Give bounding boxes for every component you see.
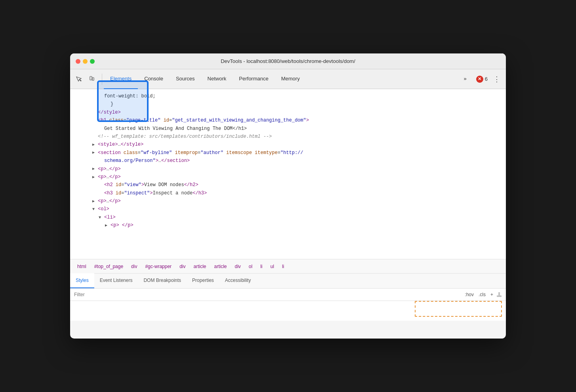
- breadcrumb-top-of-page[interactable]: #top_of_page: [92, 263, 126, 270]
- devtools-window: DevTools - localhost:8080/web/tools/chro…: [70, 53, 506, 339]
- dom-line[interactable]: <p>…</p>: [70, 165, 506, 173]
- tab-memory[interactable]: Memory: [275, 69, 306, 89]
- maximize-window-button[interactable]: [90, 59, 95, 64]
- expand-arrow[interactable]: [92, 149, 98, 156]
- breadcrumb-ol[interactable]: ol: [246, 263, 255, 270]
- element-highlight-box: [415, 301, 502, 317]
- dom-line: </style>: [70, 108, 506, 116]
- svg-rect-3: [498, 292, 500, 296]
- breadcrumb-li-1[interactable]: li: [258, 263, 265, 270]
- breadcrumb-li-2[interactable]: li: [280, 263, 286, 270]
- breadcrumb-ul[interactable]: ul: [268, 263, 277, 270]
- color-picker-icon: [496, 292, 502, 297]
- dom-line: font-weight: bold;: [70, 92, 506, 100]
- breadcrumb-div-3[interactable]: div: [233, 263, 243, 270]
- title-bar: DevTools - localhost:8080/web/tools/chro…: [70, 53, 506, 69]
- sub-tab-event-listeners[interactable]: Event Listeners: [94, 273, 138, 288]
- expand-arrow[interactable]: [92, 166, 98, 172]
- device-toggle-button[interactable]: [86, 74, 97, 85]
- tab-elements[interactable]: Elements: [104, 69, 138, 89]
- breadcrumb-bar: html #top_of_page div #gc-wrapper div ar…: [70, 259, 506, 274]
- dom-line: }: [70, 100, 506, 108]
- sub-tab-properties[interactable]: Properties: [187, 273, 219, 288]
- inspect-element-button[interactable]: [73, 74, 84, 85]
- add-style-button[interactable]: +: [489, 291, 495, 298]
- hov-button[interactable]: :hov: [463, 291, 475, 298]
- minimize-window-button[interactable]: [83, 59, 88, 64]
- dom-line: Get Started With Viewing And Changing Th…: [70, 125, 506, 133]
- svg-rect-0: [90, 76, 92, 80]
- dom-line: schema.org/Person">…</section>: [70, 157, 506, 165]
- collapse-arrow[interactable]: [99, 214, 104, 221]
- dom-line: <h3 id="inspect">Inspect a node</h3>: [70, 189, 506, 197]
- breadcrumb-gc-wrapper[interactable]: #gc-wrapper: [143, 263, 174, 270]
- dom-line[interactable]: <li>: [70, 213, 506, 221]
- sub-tabs: Styles Event Listeners DOM Breakpoints P…: [70, 274, 506, 289]
- error-count: 6: [485, 76, 488, 82]
- filter-input[interactable]: [74, 292, 460, 297]
- error-icon: ✕: [476, 76, 483, 83]
- toolbar-icons: [73, 74, 102, 85]
- tab-network[interactable]: Network: [201, 69, 233, 89]
- dom-line[interactable]: <p>…</p>: [70, 173, 506, 181]
- dom-line: <h1 class="page-title" id="get_started_w…: [70, 116, 506, 124]
- sub-tab-accessibility[interactable]: Accessibility: [219, 273, 256, 288]
- expand-arrow[interactable]: [92, 141, 98, 148]
- collapse-arrow[interactable]: [92, 206, 98, 213]
- dom-line[interactable]: <ol>: [70, 205, 506, 213]
- dom-line: <h2 id="view">View DOM nodes</h2>: [70, 181, 506, 189]
- svg-rect-1: [92, 78, 94, 80]
- toolbar-right: » ✕ 6 ⋮: [458, 69, 503, 89]
- breadcrumb-html[interactable]: html: [75, 263, 89, 270]
- dom-line: <!-- wf_template: src/templates/contribu…: [70, 133, 506, 141]
- breadcrumb-div-1[interactable]: div: [129, 263, 139, 270]
- error-badge[interactable]: ✕ 6: [476, 76, 488, 83]
- dom-line[interactable]: <section class="wf-byline" itemprop="aut…: [70, 149, 506, 157]
- expand-arrow[interactable]: [105, 222, 111, 229]
- sub-tab-dom-breakpoints[interactable]: DOM Breakpoints: [138, 273, 187, 288]
- sub-tab-styles[interactable]: Styles: [70, 273, 94, 288]
- more-tabs-button[interactable]: »: [458, 69, 473, 89]
- dom-panel[interactable]: font-weight: bold; } </style> <h1 class=…: [70, 89, 506, 259]
- tab-console[interactable]: Console: [138, 69, 170, 89]
- breadcrumb-article-1[interactable]: article: [191, 263, 208, 270]
- dom-line[interactable]: <p>…</p>: [70, 197, 506, 205]
- bottom-panel: Styles Event Listeners DOM Breakpoints P…: [70, 274, 506, 321]
- window-controls: [76, 59, 95, 64]
- breadcrumb-article-2[interactable]: article: [212, 263, 229, 270]
- expand-arrow[interactable]: [92, 174, 98, 181]
- expand-arrow[interactable]: [92, 198, 98, 205]
- cls-button[interactable]: .cls: [477, 291, 487, 298]
- settings-more-button[interactable]: ⋮: [491, 73, 503, 85]
- dom-line[interactable]: <p> </p>: [70, 221, 506, 229]
- breadcrumb-div-2[interactable]: div: [177, 263, 188, 270]
- window-title: DevTools - localhost:8080/web/tools/chro…: [221, 58, 355, 64]
- tab-performance[interactable]: Performance: [233, 69, 275, 89]
- close-window-button[interactable]: [76, 59, 80, 64]
- filter-bar: :hov .cls +: [70, 289, 506, 301]
- filter-buttons: :hov .cls +: [463, 291, 502, 298]
- dom-line[interactable]: <style>…</style>: [70, 141, 506, 148]
- tab-sources[interactable]: Sources: [170, 69, 201, 89]
- devtools-toolbar: Elements Console Sources Network Perform…: [70, 69, 506, 89]
